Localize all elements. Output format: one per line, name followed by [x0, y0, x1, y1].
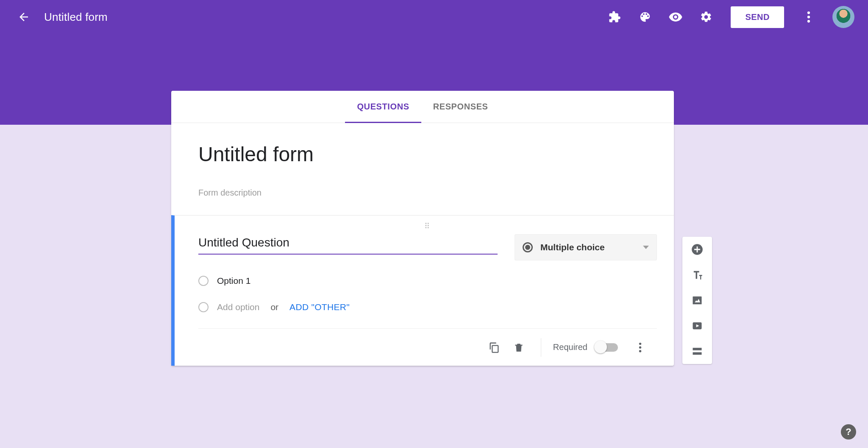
question-more-vert-icon[interactable]: [630, 337, 650, 358]
drag-handle-icon[interactable]: ⠿: [198, 221, 657, 231]
svg-point-2: [807, 20, 810, 22]
back-arrow-icon[interactable]: [14, 7, 34, 27]
add-option-row: Add option or ADD "OTHER": [198, 302, 657, 312]
add-other-button[interactable]: ADD "OTHER": [289, 302, 350, 312]
settings-gear-icon[interactable]: [694, 5, 718, 29]
add-section-icon[interactable]: [690, 344, 704, 358]
question-title-input[interactable]: [198, 234, 498, 255]
addons-icon[interactable]: [603, 5, 626, 29]
duplicate-icon[interactable]: [484, 337, 504, 358]
header-row: Untitled form SEND: [0, 0, 868, 34]
svg-point-4: [639, 342, 641, 344]
radio-empty-icon: [198, 276, 209, 286]
add-video-icon[interactable]: [690, 319, 704, 333]
form-title[interactable]: Untitled form: [198, 143, 647, 166]
svg-rect-8: [693, 297, 702, 305]
add-option-button[interactable]: Add option: [217, 302, 259, 312]
document-title[interactable]: Untitled form: [44, 11, 108, 24]
options-list: Option 1 Add option or ADD "OTHER": [198, 276, 657, 312]
option-label[interactable]: Option 1: [217, 276, 250, 286]
send-button[interactable]: SEND: [731, 6, 784, 28]
svg-point-0: [807, 11, 810, 14]
dropdown-caret-icon: [643, 246, 649, 249]
tab-questions[interactable]: QUESTIONS: [345, 91, 421, 123]
svg-rect-11: [693, 352, 702, 355]
account-avatar[interactable]: [832, 6, 854, 28]
required-label: Required: [553, 342, 587, 352]
option-row[interactable]: Option 1: [198, 276, 657, 286]
svg-rect-3: [492, 345, 498, 352]
question-type-select[interactable]: Multiple choice: [515, 234, 657, 260]
or-text: or: [270, 302, 278, 312]
required-toggle[interactable]: [595, 343, 618, 352]
question-footer: Required: [198, 328, 657, 366]
help-icon[interactable]: ?: [841, 424, 856, 440]
form-title-block[interactable]: Untitled form Form description: [171, 123, 674, 215]
add-question-icon[interactable]: [690, 243, 704, 256]
svg-point-6: [639, 350, 641, 352]
form-card: QUESTIONS RESPONSES Untitled form Form d…: [171, 91, 674, 366]
side-toolbar: [682, 237, 712, 364]
delete-trash-icon[interactable]: [509, 337, 529, 358]
palette-icon[interactable]: [633, 5, 657, 29]
preview-eye-icon[interactable]: [664, 5, 687, 29]
card-tabs: QUESTIONS RESPONSES: [171, 91, 674, 123]
form-description-placeholder[interactable]: Form description: [198, 188, 647, 198]
radio-empty-icon: [198, 302, 209, 312]
question-card: ⠿ Multiple choice Option 1 Add option or…: [171, 215, 674, 366]
footer-divider: [541, 338, 541, 357]
svg-point-5: [639, 346, 641, 348]
svg-point-1: [807, 16, 810, 18]
question-type-label: Multiple choice: [540, 242, 635, 252]
more-vert-icon[interactable]: [797, 5, 821, 29]
svg-rect-10: [693, 348, 702, 350]
add-image-icon[interactable]: [690, 294, 704, 307]
tab-responses[interactable]: RESPONSES: [421, 91, 500, 123]
radio-filled-icon: [523, 242, 533, 252]
add-title-icon[interactable]: [690, 268, 704, 282]
